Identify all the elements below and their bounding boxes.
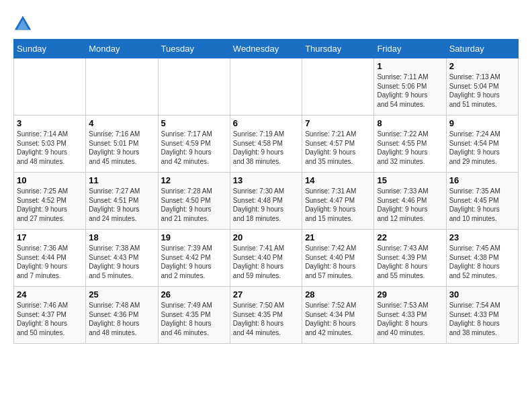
day-info: Sunrise: 7:14 AM Sunset: 5:03 PM Dayligh… [17,130,83,166]
weekday-header-saturday: Saturday [446,40,518,58]
day-number: 26 [161,289,227,300]
day-number: 8 [377,118,443,128]
day-number: 27 [233,289,299,300]
day-number: 12 [161,175,227,185]
day-info: Sunrise: 7:53 AM Sunset: 4:33 PM Dayligh… [377,301,443,337]
calendar-cell: 26Sunrise: 7:49 AM Sunset: 4:35 PM Dayli… [158,287,230,344]
calendar-cell: 17Sunrise: 7:36 AM Sunset: 4:44 PM Dayli… [14,230,86,287]
calendar-cell: 9Sunrise: 7:24 AM Sunset: 4:54 PM Daylig… [446,116,518,173]
day-number: 22 [377,232,443,242]
day-number: 19 [161,232,227,242]
day-number: 1 [377,61,443,71]
calendar-cell: 7Sunrise: 7:21 AM Sunset: 4:57 PM Daylig… [302,116,374,173]
calendar-cell: 1Sunrise: 7:11 AM Sunset: 5:06 PM Daylig… [374,58,446,116]
calendar-cell: 20Sunrise: 7:41 AM Sunset: 4:40 PM Dayli… [230,230,302,287]
calendar-cell: 22Sunrise: 7:43 AM Sunset: 4:39 PM Dayli… [374,230,446,287]
day-number: 7 [305,118,371,128]
calendar-cell [158,58,230,116]
day-number: 16 [449,175,515,185]
day-info: Sunrise: 7:21 AM Sunset: 4:57 PM Dayligh… [305,130,371,166]
day-info: Sunrise: 7:46 AM Sunset: 4:37 PM Dayligh… [17,301,83,337]
calendar-cell: 13Sunrise: 7:30 AM Sunset: 4:48 PM Dayli… [230,173,302,230]
day-number: 29 [377,289,443,300]
day-info: Sunrise: 7:24 AM Sunset: 4:54 PM Dayligh… [449,130,515,166]
day-info: Sunrise: 7:38 AM Sunset: 4:43 PM Dayligh… [89,244,154,280]
calendar-cell: 28Sunrise: 7:52 AM Sunset: 4:34 PM Dayli… [302,287,374,344]
day-number: 11 [89,175,154,185]
day-info: Sunrise: 7:52 AM Sunset: 4:34 PM Dayligh… [305,301,371,337]
day-number: 24 [17,289,83,300]
day-number: 28 [305,289,371,300]
calendar-cell: 15Sunrise: 7:33 AM Sunset: 4:46 PM Dayli… [374,173,446,230]
calendar-cell: 18Sunrise: 7:38 AM Sunset: 4:43 PM Dayli… [86,230,158,287]
day-number: 2 [449,61,515,71]
calendar-cell [14,58,86,116]
calendar-week-5: 24Sunrise: 7:46 AM Sunset: 4:37 PM Dayli… [14,287,519,344]
calendar-body: 1Sunrise: 7:11 AM Sunset: 5:06 PM Daylig… [14,58,519,344]
day-number: 21 [305,232,371,242]
calendar-cell: 29Sunrise: 7:53 AM Sunset: 4:33 PM Dayli… [374,287,446,344]
day-info: Sunrise: 7:39 AM Sunset: 4:42 PM Dayligh… [161,244,227,280]
calendar-cell [302,58,374,116]
day-number: 9 [449,118,515,128]
day-number: 6 [233,118,299,128]
day-info: Sunrise: 7:13 AM Sunset: 5:04 PM Dayligh… [449,73,515,109]
calendar-cell: 16Sunrise: 7:35 AM Sunset: 4:45 PM Dayli… [446,173,518,230]
day-info: Sunrise: 7:36 AM Sunset: 4:44 PM Dayligh… [17,244,83,280]
day-number: 18 [89,232,154,242]
day-info: Sunrise: 7:54 AM Sunset: 4:33 PM Dayligh… [449,301,515,337]
calendar-cell: 4Sunrise: 7:16 AM Sunset: 5:01 PM Daylig… [86,116,158,173]
day-number: 3 [17,118,83,128]
day-info: Sunrise: 7:25 AM Sunset: 4:52 PM Dayligh… [17,187,83,223]
day-number: 17 [17,232,83,242]
calendar-cell: 2Sunrise: 7:13 AM Sunset: 5:04 PM Daylig… [446,58,518,116]
calendar-cell: 11Sunrise: 7:27 AM Sunset: 4:51 PM Dayli… [86,173,158,230]
calendar-cell: 12Sunrise: 7:28 AM Sunset: 4:50 PM Dayli… [158,173,230,230]
weekday-header-thursday: Thursday [302,40,374,58]
calendar-header-row: SundayMondayTuesdayWednesdayThursdayFrid… [14,40,519,58]
day-info: Sunrise: 7:11 AM Sunset: 5:06 PM Dayligh… [377,73,443,109]
calendar-cell: 19Sunrise: 7:39 AM Sunset: 4:42 PM Dayli… [158,230,230,287]
day-number: 14 [305,175,371,185]
calendar-cell: 10Sunrise: 7:25 AM Sunset: 4:52 PM Dayli… [14,173,86,230]
logo-icon [13,13,32,32]
weekday-header-tuesday: Tuesday [158,40,230,58]
day-number: 15 [377,175,443,185]
calendar-cell: 23Sunrise: 7:45 AM Sunset: 4:38 PM Dayli… [446,230,518,287]
day-info: Sunrise: 7:43 AM Sunset: 4:39 PM Dayligh… [377,244,443,280]
calendar-week-1: 1Sunrise: 7:11 AM Sunset: 5:06 PM Daylig… [14,58,519,116]
calendar-week-4: 17Sunrise: 7:36 AM Sunset: 4:44 PM Dayli… [14,230,519,287]
day-info: Sunrise: 7:19 AM Sunset: 4:58 PM Dayligh… [233,130,299,166]
day-info: Sunrise: 7:22 AM Sunset: 4:55 PM Dayligh… [377,130,443,166]
day-info: Sunrise: 7:42 AM Sunset: 4:40 PM Dayligh… [305,244,371,280]
calendar-cell [230,58,302,116]
day-info: Sunrise: 7:17 AM Sunset: 4:59 PM Dayligh… [161,130,227,166]
calendar-cell: 24Sunrise: 7:46 AM Sunset: 4:37 PM Dayli… [14,287,86,344]
calendar-cell: 27Sunrise: 7:50 AM Sunset: 4:35 PM Dayli… [230,287,302,344]
calendar-cell: 30Sunrise: 7:54 AM Sunset: 4:33 PM Dayli… [446,287,518,344]
weekday-header-friday: Friday [374,40,446,58]
day-number: 23 [449,232,515,242]
calendar-cell: 8Sunrise: 7:22 AM Sunset: 4:55 PM Daylig… [374,116,446,173]
day-info: Sunrise: 7:16 AM Sunset: 5:01 PM Dayligh… [89,130,154,166]
calendar-week-2: 3Sunrise: 7:14 AM Sunset: 5:03 PM Daylig… [14,116,519,173]
day-info: Sunrise: 7:30 AM Sunset: 4:48 PM Dayligh… [233,187,299,223]
day-info: Sunrise: 7:48 AM Sunset: 4:36 PM Dayligh… [89,301,154,337]
day-number: 30 [449,289,515,300]
day-info: Sunrise: 7:28 AM Sunset: 4:50 PM Dayligh… [161,187,227,223]
weekday-header-monday: Monday [86,40,158,58]
day-number: 4 [89,118,154,128]
day-number: 13 [233,175,299,185]
logo [13,13,35,32]
weekday-header-wednesday: Wednesday [230,40,302,58]
calendar-cell: 6Sunrise: 7:19 AM Sunset: 4:58 PM Daylig… [230,116,302,173]
day-info: Sunrise: 7:50 AM Sunset: 4:35 PM Dayligh… [233,301,299,337]
day-number: 25 [89,289,154,300]
day-info: Sunrise: 7:27 AM Sunset: 4:51 PM Dayligh… [89,187,154,223]
calendar-cell: 25Sunrise: 7:48 AM Sunset: 4:36 PM Dayli… [86,287,158,344]
day-info: Sunrise: 7:33 AM Sunset: 4:46 PM Dayligh… [377,187,443,223]
calendar-cell [86,58,158,116]
day-info: Sunrise: 7:45 AM Sunset: 4:38 PM Dayligh… [449,244,515,280]
day-info: Sunrise: 7:41 AM Sunset: 4:40 PM Dayligh… [233,244,299,280]
day-number: 10 [17,175,83,185]
